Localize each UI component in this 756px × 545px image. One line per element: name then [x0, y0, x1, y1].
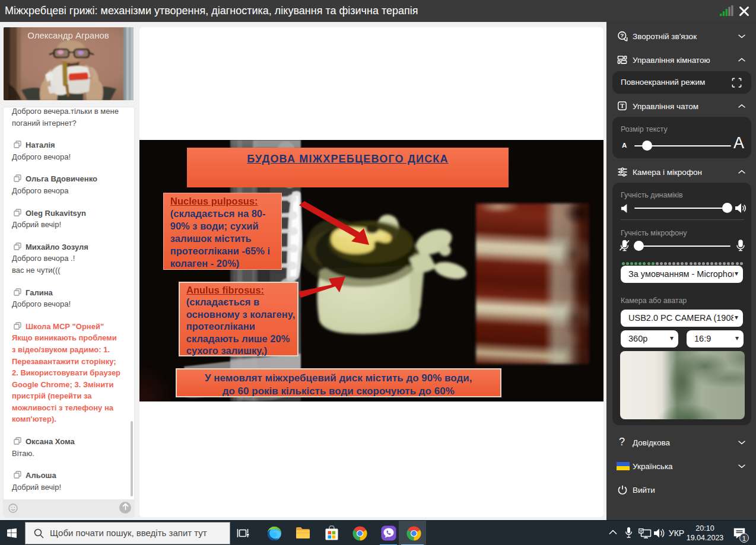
- svg-text:Олександр Агранов: Олександр Агранов: [27, 30, 109, 40]
- svg-text:T: T: [620, 103, 624, 109]
- svg-text:?: ?: [620, 32, 624, 39]
